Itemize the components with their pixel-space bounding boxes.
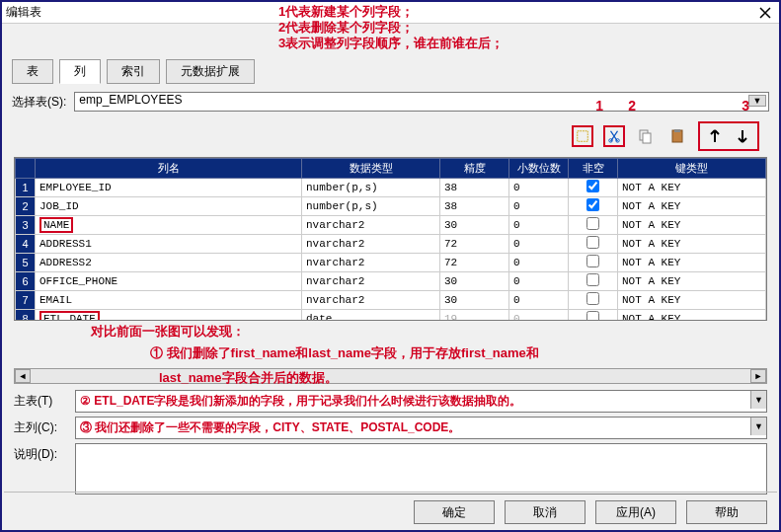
notnull-checkbox[interactable] [586,217,599,230]
cell-keytype[interactable]: NOT A KEY [618,235,766,254]
apply-button[interactable]: 应用(A) [595,500,676,524]
desc-row: 说明(D): [14,443,767,494]
select-table-dropdown[interactable]: emp_EMPLOYEES [74,92,769,112]
dialog-window: 编辑表 1代表新建某个列字段； 2代表删除某个列字段； 3表示调整列字段顺序，谁… [0,0,781,532]
notnull-checkbox[interactable] [586,198,599,211]
cut-button[interactable] [603,125,625,147]
cell-precision[interactable]: 38 [440,179,509,197]
cell-keytype[interactable]: NOT A KEY [618,291,766,310]
table-row[interactable]: 3NAMEnvarchar2300NOT A KEY [16,216,766,235]
paste-button[interactable] [666,125,688,147]
cell-scale[interactable]: 0 [509,310,569,322]
main-table-field[interactable]: ② ETL_DATE字段是我们新添加的字段，用于记录我们什么时候进行该数据抽取的… [75,390,767,413]
cell-type[interactable]: nvarchar2 [302,254,440,272]
cell-name[interactable]: EMPLOYEE_ID [36,179,302,197]
cell-name[interactable]: JOB_ID [36,197,302,216]
notnull-checkbox[interactable] [586,292,599,305]
cell-type[interactable]: number(p,s) [302,197,440,216]
cell-type[interactable]: number(p,s) [302,179,440,197]
cell-precision[interactable]: 30 [440,291,509,310]
ok-button[interactable]: 确定 [414,500,495,524]
cell-name[interactable]: EMAIL [36,291,302,310]
table-row[interactable]: 6OFFICE_PHONEnvarchar2300NOT A KEY [16,272,766,291]
notnull-checkbox[interactable] [586,255,599,267]
header-notnull[interactable]: 非空 [569,159,618,179]
cell-notnull[interactable] [569,179,618,197]
header-precision[interactable]: 精度 [440,159,509,179]
cell-notnull[interactable] [569,197,618,216]
notnull-checkbox[interactable] [586,273,599,286]
notnull-checkbox[interactable] [586,180,599,192]
header-scale[interactable]: 小数位数 [509,159,569,179]
cell-type[interactable]: nvarchar2 [302,272,440,291]
tab-meta[interactable]: 元数据扩展 [166,59,255,84]
new-column-button[interactable] [572,125,593,147]
help-button[interactable]: 帮助 [686,500,767,524]
dropdown-icon[interactable]: ▼ [750,391,766,409]
table-row[interactable]: 2JOB_IDnumber(p,s)380NOT A KEY [16,197,766,216]
cell-keytype[interactable]: NOT A KEY [618,179,766,197]
marker-3: 3 [742,98,749,114]
cell-name[interactable]: NAME [36,216,302,235]
cell-scale[interactable]: 0 [509,179,569,197]
copy-button[interactable] [635,125,657,147]
cell-precision[interactable]: 38 [440,197,509,216]
svg-rect-4 [643,133,651,143]
cell-name[interactable]: ADDRESS2 [36,254,302,272]
cell-scale[interactable]: 0 [509,216,569,235]
tab-table[interactable]: 表 [12,59,53,84]
cell-keytype[interactable]: NOT A KEY [618,254,766,272]
cell-notnull[interactable] [569,254,618,272]
table-row[interactable]: 1EMPLOYEE_IDnumber(p,s)380NOT A KEY [16,179,766,197]
cell-type[interactable]: nvarchar2 [302,291,440,310]
cell-notnull[interactable] [569,235,618,254]
move-up-button[interactable] [704,125,726,147]
cell-precision[interactable]: 72 [440,235,509,254]
tab-index[interactable]: 索引 [107,59,160,84]
cell-scale[interactable]: 0 [509,235,569,254]
table-row[interactable]: 7EMAILnvarchar2300NOT A KEY [16,291,766,310]
header-name[interactable]: 列名 [36,159,302,179]
cell-type[interactable]: nvarchar2 [302,235,440,254]
cell-keytype[interactable]: NOT A KEY [618,216,766,235]
desc-field[interactable] [75,443,767,494]
tab-columns[interactable]: 列 [59,59,101,84]
scroll-track[interactable]: last_name字段合并后的数据。 [31,369,750,383]
cell-name[interactable]: ADDRESS1 [36,235,302,254]
cell-notnull[interactable] [569,310,618,322]
cell-precision[interactable]: 72 [440,254,509,272]
cell-type[interactable]: date [302,310,440,322]
scroll-left-button[interactable]: ◄ [15,369,31,383]
scroll-right-button[interactable]: ► [750,369,766,383]
cell-notnull[interactable] [569,272,618,291]
table-row[interactable]: 5ADDRESS2nvarchar2720NOT A KEY [16,254,766,272]
cell-name[interactable]: OFFICE_PHONE [36,272,302,291]
cell-keytype[interactable]: NOT A KEY [618,272,766,291]
cell-notnull[interactable] [569,216,618,235]
cell-scale[interactable]: 0 [509,197,569,216]
cell-precision[interactable]: 30 [440,216,509,235]
header-keytype[interactable]: 键类型 [618,159,766,179]
cell-scale[interactable]: 0 [509,291,569,310]
table-row[interactable]: 8ETL_DATEdate190NOT A KEY [16,310,766,322]
cell-scale[interactable]: 0 [509,254,569,272]
table-row[interactable]: 4ADDRESS1nvarchar2720NOT A KEY [16,235,766,254]
notnull-checkbox[interactable] [586,311,599,321]
move-down-button[interactable] [732,125,753,147]
cell-keytype[interactable]: NOT A KEY [618,197,766,216]
main-col-field[interactable]: ③ 我们还删除了一些不需要的字段，CITY、STATE、POSTAL_CODE。… [75,417,767,439]
cell-scale[interactable]: 0 [509,272,569,291]
dropdown-icon[interactable]: ▼ [750,418,766,435]
cell-notnull[interactable] [569,291,618,310]
cell-precision[interactable]: 30 [440,272,509,291]
cell-type[interactable]: nvarchar2 [302,216,440,235]
horizontal-scrollbar[interactable]: ◄ last_name字段合并后的数据。 ► [14,368,767,384]
cancel-button[interactable]: 取消 [505,500,586,524]
annotation-point-1b: last_name字段合并后的数据。 [31,370,338,385]
cell-name[interactable]: ETL_DATE [36,310,302,322]
notnull-checkbox[interactable] [586,236,599,249]
cell-precision[interactable]: 19 [440,310,509,322]
close-button[interactable] [755,4,775,22]
header-type[interactable]: 数据类型 [302,159,440,179]
cell-keytype[interactable]: NOT A KEY [618,310,766,322]
